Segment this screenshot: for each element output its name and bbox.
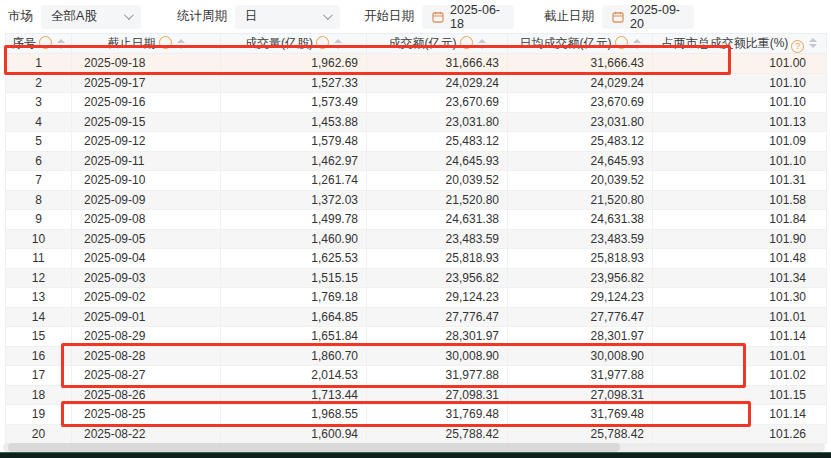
cell-daily-turnover: 27,776.47 [508,307,653,327]
table-row[interactable]: 11 2025-09-04 1,625.53 25,818.93 25,818.… [6,249,827,269]
help-icon[interactable] [316,36,329,49]
table-row[interactable]: 9 2025-09-08 1,499.78 24,631.38 24,631.3… [6,210,827,230]
cell-daily-turnover: 27,098.31 [508,385,653,405]
start-date-label: 开始日期 [364,8,414,25]
table-row[interactable]: 4 2025-09-15 1,453.88 23,031.80 23,031.8… [6,112,827,132]
help-icon[interactable] [159,36,172,49]
sort-icon[interactable] [809,38,817,48]
cell-volume: 1,453.88 [221,112,367,132]
cell-index: 14 [6,307,72,327]
cell-index: 8 [6,190,72,210]
help-icon[interactable]: ? [791,40,804,53]
cell-turnover: 25,818.93 [367,249,508,269]
table-row[interactable]: 19 2025-08-25 1,968.55 31,769.48 31,769.… [6,405,827,425]
table-row[interactable]: 10 2025-09-05 1,460.90 23,483.59 23,483.… [6,229,827,249]
cell-end-date: 2025-09-10 [72,171,221,191]
cell-turnover: 21,520.80 [367,190,508,210]
cell-volume: 1,651.84 [221,327,367,347]
cell-market-share: 101.10 [653,93,827,113]
table-row[interactable]: 6 2025-09-11 1,462.97 24,645.93 24,645.9… [6,151,827,171]
table-row[interactable]: 20 2025-08-22 1,600.94 25,788.42 25,788.… [6,424,827,444]
cell-market-share: 101.01 [653,307,827,327]
table-row[interactable]: 8 2025-09-09 1,372.03 21,520.80 21,520.8… [6,190,827,210]
sort-icon[interactable] [334,39,342,49]
cell-market-share: 101.34 [653,268,827,288]
cell-daily-turnover: 29,124.23 [508,288,653,308]
table-row[interactable]: 1 2025-09-18 1,962.69 31,666.43 31,666.4… [6,54,827,74]
cell-volume: 1,573.49 [221,93,367,113]
table-row[interactable]: 5 2025-09-12 1,579.48 25,483.12 25,483.1… [6,132,827,152]
market-select-value: 全部A股 [51,8,97,25]
cell-index: 9 [6,210,72,230]
table-row[interactable]: 13 2025-09-02 1,769.18 29,124.23 29,124.… [6,288,827,308]
column-header-label: 日均成交额(亿元) [520,36,612,50]
cell-volume: 1,860.70 [221,346,367,366]
chevron-down-icon [124,10,134,20]
cell-turnover: 25,483.12 [367,132,508,152]
cell-volume: 1,600.94 [221,424,367,444]
cell-end-date: 2025-08-22 [72,424,221,444]
cell-daily-turnover: 21,520.80 [508,190,653,210]
cell-market-share: 101.13 [653,112,827,132]
cell-end-date: 2025-09-03 [72,268,221,288]
column-header[interactable]: 成交量(亿股) [221,34,367,54]
column-header[interactable]: 占两市总成交额比重(%)? [653,34,827,54]
horizontal-scrollbar-track[interactable] [3,443,825,452]
table-row[interactable]: 14 2025-09-01 1,664.85 27,776.47 27,776.… [6,307,827,327]
cell-daily-turnover: 24,631.38 [508,210,653,230]
end-date-input[interactable]: 2025-09-20 [602,5,694,29]
horizontal-scrollbar-thumb[interactable] [8,443,620,452]
column-header[interactable]: 成交额(亿元) [367,34,508,54]
table-row[interactable]: 16 2025-08-28 1,860.70 30,008.90 30,008.… [6,346,827,366]
column-header[interactable]: 截止日期 [72,34,221,54]
cell-volume: 1,579.48 [221,132,367,152]
cell-daily-turnover: 28,301.97 [508,327,653,347]
sort-icon[interactable] [57,39,65,49]
cell-turnover: 24,631.38 [367,210,508,230]
cell-daily-turnover: 31,977.88 [508,366,653,386]
help-icon[interactable] [615,36,628,49]
help-icon[interactable] [460,36,473,49]
cell-turnover: 29,124.23 [367,288,508,308]
cell-volume: 1,625.53 [221,249,367,269]
cell-turnover: 24,645.93 [367,151,508,171]
cell-turnover: 31,666.43 [367,54,508,74]
cell-index: 6 [6,151,72,171]
cell-end-date: 2025-08-25 [72,405,221,425]
sort-icon[interactable] [478,39,486,49]
cell-index: 5 [6,132,72,152]
cell-turnover: 31,977.88 [367,366,508,386]
cell-market-share: 101.48 [653,249,827,269]
sort-icon[interactable] [633,39,641,49]
table-row[interactable]: 15 2025-08-29 1,651.84 28,301.97 28,301.… [6,327,827,347]
period-select-value: 日 [245,8,258,25]
column-header-label: 截止日期 [108,36,156,50]
window-bottom-edge [0,452,831,458]
table-row[interactable]: 2 2025-09-17 1,527.33 24,029.24 24,029.2… [6,73,827,93]
cell-index: 11 [6,249,72,269]
table-row[interactable]: 17 2025-08-27 2,014.53 31,977.88 31,977.… [6,366,827,386]
cell-index: 2 [6,73,72,93]
cell-end-date: 2025-09-16 [72,93,221,113]
period-select[interactable]: 日 [235,5,340,29]
sort-icon[interactable] [177,39,185,49]
table-row[interactable]: 18 2025-08-26 1,713.44 27,098.31 27,098.… [6,385,827,405]
market-select[interactable]: 全部A股 [41,5,141,29]
table-body: 1 2025-09-18 1,962.69 31,666.43 31,666.4… [6,54,827,444]
table-row[interactable]: 3 2025-09-16 1,573.49 23,670.69 23,670.6… [6,93,827,113]
column-header[interactable]: 序号 [6,34,72,54]
column-header[interactable]: 日均成交额(亿元) [508,34,653,54]
cell-volume: 1,462.97 [221,151,367,171]
cell-index: 17 [6,366,72,386]
table-row[interactable]: 12 2025-09-03 1,515.15 23,956.82 23,956.… [6,268,827,288]
cell-turnover: 28,301.97 [367,327,508,347]
statistics-table: 序号截止日期成交量(亿股)成交额(亿元)日均成交额(亿元)占两市总成交额比重(%… [5,33,826,444]
cell-turnover: 20,039.52 [367,171,508,191]
cell-volume: 1,527.33 [221,73,367,93]
start-date-input[interactable]: 2025-06-18 [422,5,514,29]
column-header-label: 成交额(亿元) [389,36,457,50]
help-icon[interactable] [39,36,52,49]
cell-volume: 1,968.55 [221,405,367,425]
cell-volume: 1,713.44 [221,385,367,405]
table-row[interactable]: 7 2025-09-10 1,261.74 20,039.52 20,039.5… [6,171,827,191]
